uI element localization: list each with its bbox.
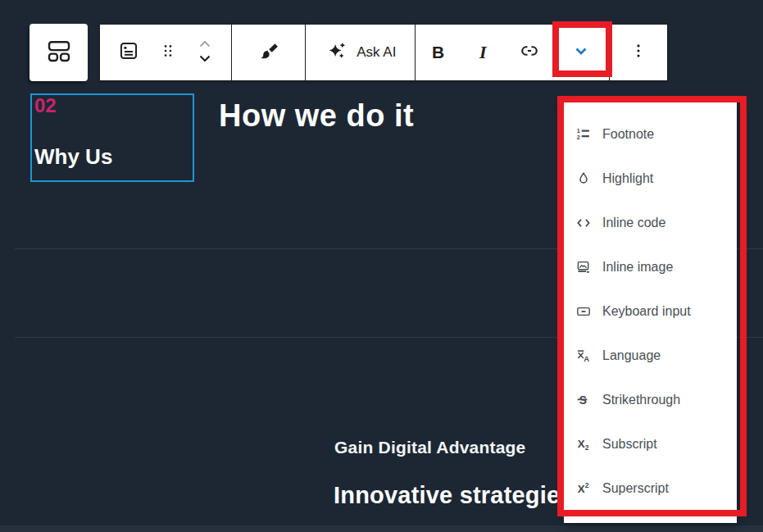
toolbar-style-segment [232,25,307,80]
svg-text:X: X [578,438,585,450]
highlight-icon [574,169,593,189]
menu-item-label: Language [602,348,661,363]
section-heading[interactable]: How we do it [219,98,414,134]
kebab-menu-icon [628,40,649,65]
svg-text:2: 2 [585,481,589,489]
inline-code-icon [574,213,593,233]
menu-item-keyboard-input[interactable]: Keyboard input [564,289,737,334]
menu-item-inline-image[interactable]: Inline image [564,245,737,289]
svg-text:X: X [578,483,585,495]
move-up-button[interactable] [195,37,215,52]
subscript-icon: X 2 [574,434,593,454]
move-down-icon [195,53,215,69]
superscript-icon: X 2 [574,479,593,498]
bold-button[interactable]: B [416,25,461,80]
menu-item-label: Keyboard input [602,304,691,319]
menu-item-label: Strikethrough [602,393,680,407]
keyboard-input-icon [574,302,593,321]
row-block-icon [44,36,74,69]
styles-paintbrush-icon [257,39,280,66]
toolbar-format-segment: B I [416,25,610,80]
footnote-icon: 1 2 [574,125,593,144]
menu-item-superscript[interactable]: X 2 Superscript [564,466,737,511]
editor-canvas: 02 Why Us How we do it Gain Digital Adva… [0,0,763,532]
drag-handle[interactable] [157,25,179,80]
strikethrough-icon: S [574,390,593,410]
sparkles-icon [325,39,349,66]
card-title[interactable]: Why Us [34,144,112,170]
svg-text:2: 2 [585,443,589,452]
drag-handle-icon [157,40,179,65]
italic-button[interactable]: I [461,25,506,80]
menu-item-footnote[interactable]: 1 2 Footnote [564,112,737,157]
toolbar-block-segment [100,25,232,80]
menu-item-label: Highlight [602,171,653,186]
italic-icon: I [479,42,487,63]
select-parent-block-button[interactable] [30,24,88,81]
svg-text:A: A [584,354,589,363]
tagline-text[interactable]: Innovative strategie [334,482,560,509]
chevron-down-icon [570,39,593,66]
link-button[interactable] [506,25,553,80]
more-formats-button[interactable] [552,25,609,80]
card-number[interactable]: 02 [34,95,57,116]
menu-item-highlight[interactable]: Highlight [564,157,737,201]
inline-image-icon [574,257,593,277]
bold-icon: B [432,43,444,62]
block-toolbar: Ask AI B I [99,24,668,81]
menu-item-label: Footnote [602,127,654,142]
slide-bottom-edge [0,525,763,532]
menu-item-label: Subscript [602,437,657,452]
options-button[interactable] [628,25,649,80]
document-overview-icon [116,39,141,66]
subheading-text[interactable]: Gain Digital Advantage [334,438,526,457]
language-icon: A [574,346,593,366]
menu-item-label: Inline code [602,216,665,230]
menu-item-language[interactable]: A Language [564,334,737,378]
menu-item-inline-code[interactable]: Inline code [564,201,737,245]
toolbar-ai-segment: Ask AI [306,25,416,80]
move-up-icon [195,37,215,52]
ask-ai-label: Ask AI [357,44,396,61]
ask-ai-button[interactable]: Ask AI [325,25,396,80]
menu-item-subscript[interactable]: X 2 Subscript [564,422,737,466]
menu-item-label: Inline image [602,260,673,275]
block-movers [195,37,215,69]
move-down-button[interactable] [195,53,215,69]
styles-button[interactable] [257,25,280,80]
svg-text:2: 2 [577,134,580,141]
link-icon [517,39,542,66]
menu-item-strikethrough[interactable]: S Strikethrough [564,378,737,422]
toolbar-options-segment [610,25,667,80]
block-type-button[interactable] [116,25,141,80]
selected-card-block[interactable]: 02 Why Us [30,93,194,182]
menu-item-label: Superscript [602,481,669,496]
formats-dropdown: 1 2 Footnote Highlight [564,102,737,523]
